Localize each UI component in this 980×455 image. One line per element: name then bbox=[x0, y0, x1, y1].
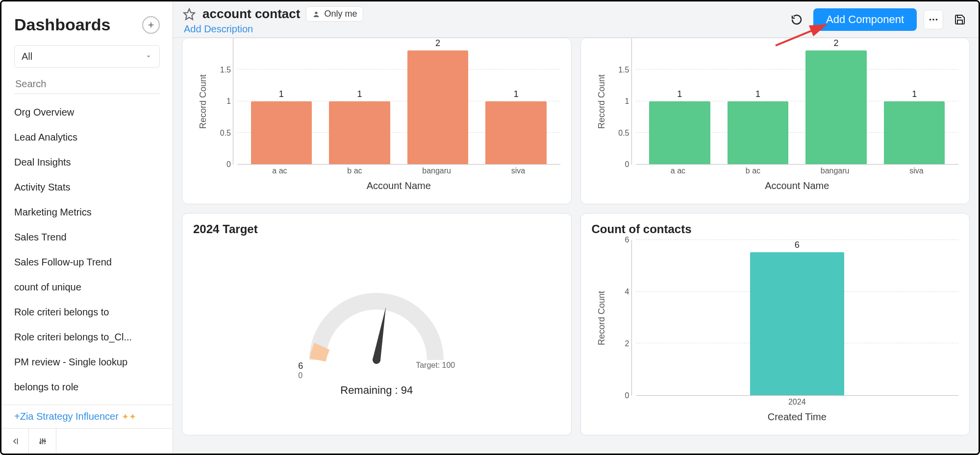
chart-bar-value: 1 bbox=[677, 89, 682, 99]
dashboard-canvas: Record Count00.511.51121a acb acbangarus… bbox=[173, 38, 979, 454]
chevron-down-icon bbox=[145, 52, 152, 60]
chart-y-axis: 0246 bbox=[615, 240, 632, 396]
chart-y-tick: 0 bbox=[625, 391, 629, 400]
sidebar-filter-value: All bbox=[22, 51, 32, 62]
chart-plot-area: 6 bbox=[636, 240, 959, 396]
card-title: 2024 Target bbox=[193, 222, 560, 236]
chart-bar bbox=[750, 252, 844, 395]
sidebar-item[interactable]: Sales Trend bbox=[1, 225, 173, 250]
sparkle-icon: ✦✦ bbox=[122, 411, 136, 422]
sidebar-item[interactable]: Marketing Metrics bbox=[1, 200, 173, 225]
sidebar-item[interactable]: Lead Analytics bbox=[1, 125, 173, 150]
sidebar: Dashboards All Org Overview Lead Analyti… bbox=[1, 1, 173, 454]
sidebar-item[interactable]: Deal Insights bbox=[1, 150, 173, 175]
sidebar-item[interactable]: PM review - Single lookup bbox=[1, 350, 173, 375]
add-component-button[interactable]: Add Component bbox=[813, 8, 917, 31]
svg-marker-9 bbox=[373, 306, 390, 360]
chart-x-ticks: a acb acbangarusiva bbox=[237, 165, 560, 178]
sidebar-filter-select[interactable]: All bbox=[14, 45, 160, 68]
chart-plot-area: 1121 bbox=[237, 38, 560, 165]
collapse-sidebar-button[interactable] bbox=[1, 429, 29, 454]
topbar: account contact Only me Add Description … bbox=[173, 1, 979, 38]
star-icon bbox=[183, 8, 196, 21]
chart-card-contacts: Count of contacts Record Count024662024C… bbox=[580, 213, 970, 435]
chart-x-tick: b ac bbox=[746, 167, 760, 178]
gauge-chart bbox=[298, 277, 455, 375]
gauge-remaining-label: Remaining : 94 bbox=[340, 384, 413, 397]
gauge-min-label: 0 bbox=[298, 371, 302, 380]
gauge-card-target: 2024 Target bbox=[182, 213, 572, 435]
add-description-link[interactable]: Add Description bbox=[182, 24, 363, 35]
main: account contact Only me Add Description … bbox=[173, 1, 979, 454]
chart-bar-value: 2 bbox=[834, 38, 839, 48]
chart-bar-value: 6 bbox=[795, 240, 800, 250]
sidebar-item[interactable]: belongs to role bbox=[1, 375, 173, 400]
sidebar-search-input[interactable] bbox=[14, 74, 160, 94]
chart-x-tick: siva bbox=[909, 167, 923, 178]
zia-strategy-label: +Zia Strategy Influencer bbox=[14, 411, 119, 422]
create-dashboard-button[interactable] bbox=[142, 16, 160, 34]
svg-marker-3 bbox=[184, 9, 195, 20]
more-actions-button[interactable] bbox=[924, 10, 943, 29]
refresh-icon bbox=[791, 14, 803, 25]
bar-chart: Record Count00.511.51121a acb acbangarus… bbox=[193, 38, 560, 195]
zia-strategy-link[interactable]: +Zia Strategy Influencer ✦✦ bbox=[1, 405, 173, 428]
chart-y-tick: 1.5 bbox=[618, 66, 629, 74]
sidebar-item[interactable]: Role criteri belongs to_Cl... bbox=[1, 325, 173, 350]
more-horizontal-icon bbox=[928, 14, 939, 25]
chart-plot-area: 1121 bbox=[636, 38, 959, 165]
chart-y-axis: 00.511.5 bbox=[217, 38, 233, 165]
chart-y-tick: 6 bbox=[625, 236, 629, 244]
favorite-toggle[interactable] bbox=[182, 7, 197, 22]
chart-y-tick: 0 bbox=[226, 160, 231, 169]
chart-bar bbox=[251, 101, 312, 165]
chart-y-tick: 4 bbox=[625, 287, 629, 296]
card-title: Count of contacts bbox=[592, 222, 959, 236]
chart-bar-value: 1 bbox=[912, 89, 917, 99]
chart-bar bbox=[329, 101, 390, 165]
chart-bar bbox=[485, 101, 547, 165]
gauge-target-label: Target: 100 bbox=[416, 361, 455, 380]
refresh-button[interactable] bbox=[787, 10, 806, 29]
sidebar-item[interactable]: count of unique bbox=[1, 275, 173, 300]
sidebar-item[interactable]: Sales Follow-up Trend bbox=[1, 250, 173, 275]
sidebar-item[interactable]: Activity Stats bbox=[1, 175, 173, 200]
chart-x-tick: a ac bbox=[272, 167, 287, 178]
chart-bar bbox=[407, 50, 469, 164]
chart-bar-value: 1 bbox=[279, 89, 284, 99]
svg-point-1 bbox=[42, 440, 43, 441]
chart-y-tick: 1 bbox=[625, 97, 629, 106]
chart-y-tick: 2 bbox=[625, 339, 629, 348]
chart-y-axis: 00.511.5 bbox=[615, 38, 632, 165]
chart-y-label: Record Count bbox=[193, 38, 213, 165]
chart-x-label: Account Name bbox=[636, 178, 959, 195]
chart-y-tick: 1 bbox=[226, 97, 231, 106]
chart-bar-value: 1 bbox=[755, 89, 760, 99]
svg-point-0 bbox=[40, 442, 41, 443]
dashboard-title: account contact bbox=[202, 6, 300, 22]
chart-x-tick: bangaru bbox=[422, 167, 451, 178]
sharing-chip[interactable]: Only me bbox=[306, 6, 363, 22]
chart-x-tick: 2024 bbox=[788, 398, 806, 409]
sliders-icon bbox=[38, 437, 47, 446]
svg-point-7 bbox=[936, 19, 938, 21]
chart-card-accounts-orange: Record Count00.511.51121a acb acbangarus… bbox=[182, 38, 572, 204]
chart-card-accounts-green: Record Count00.511.51121a acb acbangarus… bbox=[580, 38, 970, 204]
svg-point-6 bbox=[932, 19, 934, 21]
sidebar-list: Org Overview Lead Analytics Deal Insight… bbox=[1, 97, 173, 405]
chart-x-ticks: a acb acbangarusiva bbox=[636, 165, 959, 178]
chart-y-tick: 0.5 bbox=[618, 129, 629, 138]
chart-bar-value: 1 bbox=[357, 89, 362, 99]
settings-sliders-button[interactable] bbox=[29, 429, 56, 454]
svg-point-5 bbox=[930, 19, 931, 21]
chart-bar bbox=[728, 101, 789, 165]
chart-y-tick: 0.5 bbox=[220, 129, 231, 138]
chart-x-tick: bangaru bbox=[821, 167, 850, 178]
sidebar-item[interactable]: Role criteri belongs to bbox=[1, 300, 173, 325]
save-layout-button[interactable] bbox=[950, 10, 970, 29]
chart-x-ticks: 2024 bbox=[636, 396, 959, 409]
chart-bar bbox=[805, 50, 867, 164]
gauge-current-value: 6 bbox=[298, 361, 303, 371]
sidebar-item[interactable]: Org Overview bbox=[1, 100, 173, 125]
chart-y-label: Record Count bbox=[592, 38, 611, 165]
